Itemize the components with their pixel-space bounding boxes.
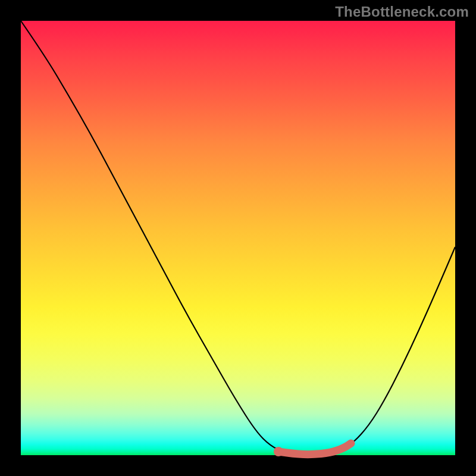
chart-svg bbox=[21, 21, 455, 455]
optimal-highlight bbox=[278, 443, 351, 455]
bottleneck-curve bbox=[21, 21, 455, 455]
plot-area bbox=[21, 21, 455, 455]
chart-frame: TheBottleneck.com bbox=[0, 0, 476, 476]
optimal-start-dot bbox=[274, 447, 283, 456]
watermark-text: TheBottleneck.com bbox=[335, 4, 469, 20]
